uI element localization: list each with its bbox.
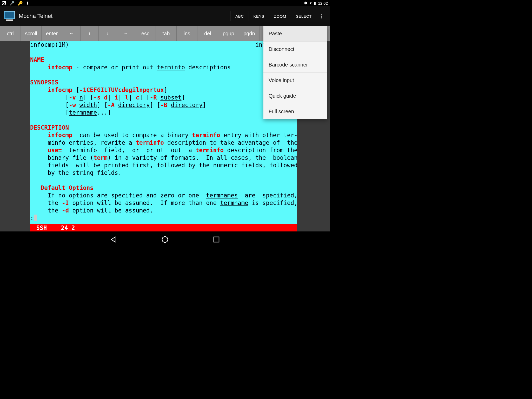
tab-key[interactable]: tab [156,26,177,41]
section-name: NAME [30,56,44,63]
arrow-right-key[interactable]: → [117,26,135,41]
photo-icon: 🖼 [2,1,6,5]
enter-key[interactable]: enter [42,26,62,41]
menu-paste[interactable]: Paste [263,26,327,42]
man-header-left: infocmp(1M) [30,41,69,48]
cursor [34,215,37,221]
arrow-left-key[interactable]: ← [62,26,81,41]
name-cmd: infocmp [48,64,72,71]
overflow-menu: Paste Disconnect Barcode scanner Voice i… [263,26,327,119]
arrow-down-key[interactable]: ↓ [99,26,117,41]
svg-point-3 [162,237,168,242]
battery-icon: ▮ [314,1,316,5]
app-title: Mocha Telnet [19,13,230,19]
arrow-up-key[interactable]: ↑ [81,26,99,41]
home-button[interactable] [161,236,169,243]
app-bar: Mocha Telnet ABC KEYS ZOOM SELECT [0,6,330,26]
key-icon: 🔑 [18,1,23,6]
abc-button[interactable]: ABC [230,11,248,21]
clock: 12:02 [318,1,328,5]
del-key[interactable]: del [197,26,218,41]
ctrl-key[interactable]: ctrl [0,26,21,41]
svg-rect-2 [6,19,13,21]
menu-disconnect[interactable]: Disconnect [263,42,327,57]
svg-rect-4 [214,237,219,242]
wifi-icon: ▾ [310,1,312,5]
keys-button[interactable]: KEYS [249,11,269,21]
section-description: DESCRIPTION [30,124,69,131]
esc-key[interactable]: esc [135,26,156,41]
recents-button[interactable] [213,236,220,243]
pager-prompt: : [30,215,34,221]
connection-status-line: SSH 24 2 [30,224,297,231]
bluetooth-icon: ✱ [304,1,308,5]
menu-voice-input[interactable]: Voice input [263,73,327,88]
mic-icon: 🎤 [9,1,15,6]
download-icon: ⬇ [26,1,29,6]
select-button[interactable]: SELECT [291,11,316,21]
section-synopsis: SYNOPSIS [30,79,58,86]
terminfo-link: terminfo [157,64,185,71]
android-nav-bar [0,231,330,248]
back-button[interactable] [110,236,117,243]
app-icon [3,10,16,22]
scroll-key[interactable]: scroll [21,26,42,41]
overflow-menu-button[interactable] [316,11,327,21]
section-default-options: Default Options [30,184,94,191]
android-status-bar: 🖼 🎤 🔑 ⬇ ✱ ▾ ▮ 12:02 [0,0,330,6]
pgdn-key[interactable]: pgdn [239,26,260,41]
ins-key[interactable]: ins [177,26,197,41]
menu-quick-guide[interactable]: Quick guide [263,88,327,104]
zoom-button[interactable]: ZOOM [269,11,291,21]
menu-barcode-scanner[interactable]: Barcode scanner [263,57,327,73]
terminal[interactable]: infocmp(1M) inf NAME infocmp - compare o… [30,41,297,231]
menu-full-screen[interactable]: Full screen [263,104,327,119]
pgup-key[interactable]: pgup [218,26,239,41]
svg-rect-1 [5,12,14,18]
